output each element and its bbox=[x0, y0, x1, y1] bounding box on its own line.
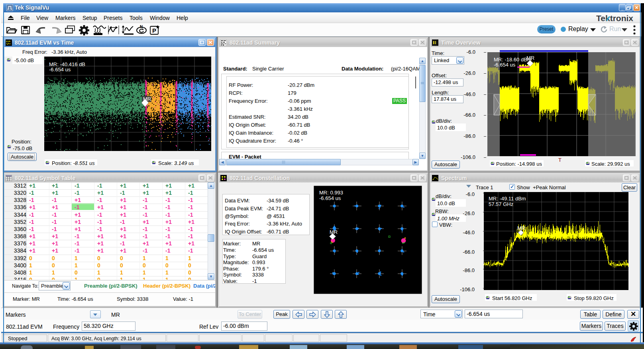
svg-text:-6.654 us: -6.654 us bbox=[494, 62, 516, 68]
svg-text:P: P bbox=[152, 27, 156, 34]
svg-text:N: N bbox=[140, 25, 143, 29]
svg-text:MR: 0.993: MR: 0.993 bbox=[319, 190, 343, 196]
svg-text:-6.654 us: -6.654 us bbox=[49, 67, 71, 73]
svg-text:MR: MR bbox=[526, 55, 534, 61]
svg-text:EVM: EVM bbox=[6, 40, 10, 43]
svg-text:MR: -49.11 dBm: MR: -49.11 dBm bbox=[489, 196, 526, 202]
svg-text:-6.654 us: -6.654 us bbox=[319, 195, 341, 201]
svg-text:57.57 GHz: 57.57 GHz bbox=[489, 201, 513, 207]
